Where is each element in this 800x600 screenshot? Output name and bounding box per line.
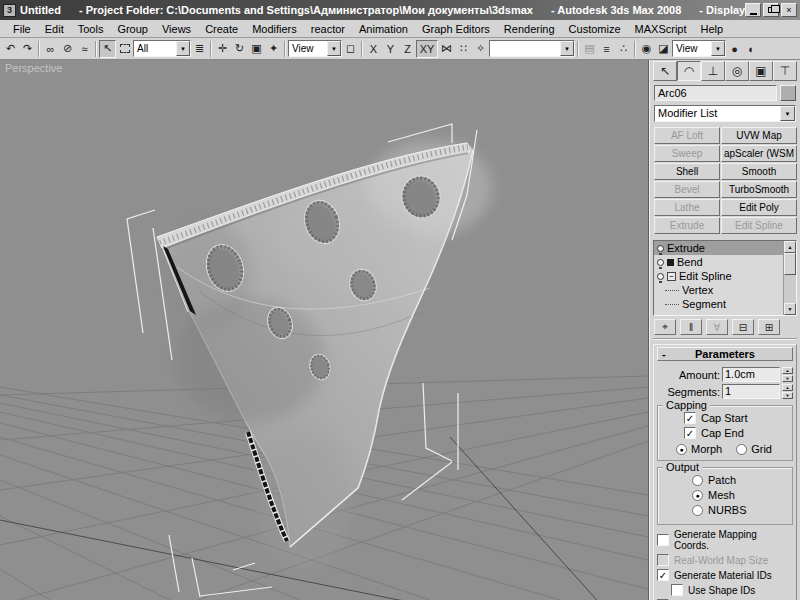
- select-by-name-button[interactable]: ≣: [191, 40, 208, 58]
- restore-button[interactable]: [763, 3, 779, 17]
- menu-group[interactable]: Group: [110, 21, 155, 37]
- editpoly-button[interactable]: Edit Poly: [721, 199, 797, 216]
- select-object-button[interactable]: ↖: [99, 40, 116, 58]
- material-editor-button[interactable]: ◉: [638, 40, 655, 58]
- close-button[interactable]: ×: [781, 3, 797, 17]
- scrollbar-thumb[interactable]: [784, 253, 796, 275]
- morph-radio[interactable]: ●: [676, 444, 687, 455]
- turbosmooth-button[interactable]: TurboSmooth: [721, 181, 797, 198]
- tab-hierarchy[interactable]: ⊥: [701, 61, 725, 81]
- menu-rendering[interactable]: Rendering: [497, 21, 562, 37]
- stack-item-vertex[interactable]: Vertex: [654, 283, 783, 297]
- minimize-button[interactable]: [745, 3, 761, 17]
- mirror-button[interactable]: ⋈: [438, 40, 455, 58]
- tab-display[interactable]: ▣: [749, 61, 773, 81]
- make-unique-button[interactable]: ∀: [706, 319, 728, 335]
- pin-stack-button[interactable]: ⌖: [654, 319, 676, 335]
- bevel-button[interactable]: Bevel: [654, 181, 720, 198]
- restrict-z-button[interactable]: Z: [399, 40, 416, 58]
- render-setup-button[interactable]: ◪: [655, 40, 672, 58]
- menu-views[interactable]: Views: [155, 21, 198, 37]
- parameters-rollout-header[interactable]: - Parameters: [657, 347, 793, 361]
- spin-down-icon[interactable]: ▼: [782, 375, 793, 382]
- schematic-view-button[interactable]: ∴: [615, 40, 632, 58]
- restrict-x-button[interactable]: X: [365, 40, 382, 58]
- select-and-rotate-button[interactable]: ↻: [231, 40, 248, 58]
- modifier-list-dropdown[interactable]: Modifier List ▼: [654, 105, 796, 122]
- select-and-scale-button[interactable]: ▣: [248, 40, 265, 58]
- bulb-icon[interactable]: [657, 245, 664, 252]
- mapscaler-button[interactable]: apScaler (WSM: [721, 145, 797, 162]
- uvwmap-button[interactable]: UVW Map: [721, 127, 797, 144]
- object-name-field[interactable]: Arc06: [654, 85, 777, 101]
- stack-item-extrude[interactable]: Extrude: [654, 241, 783, 255]
- reference-coordinate-system-combo[interactable]: View ▼: [288, 40, 342, 57]
- bind-to-space-warp-button[interactable]: ≈: [76, 40, 93, 58]
- snaps-toggle-button[interactable]: ∷: [455, 40, 472, 58]
- tab-modify[interactable]: ◠: [677, 61, 701, 81]
- scrollbar-track[interactable]: [784, 275, 796, 303]
- menu-maxscript[interactable]: MAXScript: [628, 21, 694, 37]
- configure-modifier-sets-button[interactable]: ⊞: [758, 319, 780, 335]
- viewport-label[interactable]: Perspective: [5, 62, 62, 74]
- generate-material-ids-checkbox[interactable]: ✓: [657, 569, 669, 581]
- tab-utilities[interactable]: ⊤: [773, 61, 797, 81]
- use-shape-ids-checkbox[interactable]: [671, 584, 683, 596]
- restrict-xy-plane-button[interactable]: XY: [416, 40, 438, 58]
- menu-modifiers[interactable]: Modifiers: [245, 21, 304, 37]
- stack-scrollbar[interactable]: ▲ ▼: [783, 241, 796, 315]
- cap-start-checkbox[interactable]: ✓: [684, 412, 696, 424]
- patch-radio[interactable]: [692, 475, 703, 486]
- use-pivot-point-center-button[interactable]: ◻: [342, 40, 359, 58]
- restrict-y-button[interactable]: Y: [382, 40, 399, 58]
- menu-edit[interactable]: Edit: [38, 21, 71, 37]
- align-button[interactable]: ✧: [472, 40, 489, 58]
- generate-mapping-coords-checkbox[interactable]: [657, 534, 669, 546]
- show-end-result-button[interactable]: ‖: [680, 319, 702, 335]
- tab-create[interactable]: ↖: [653, 61, 677, 81]
- mesh-radio[interactable]: ●: [692, 490, 703, 501]
- menu-tools[interactable]: Tools: [71, 21, 111, 37]
- extrude-button[interactable]: Extrude: [654, 217, 720, 234]
- stack-item-segment[interactable]: Segment: [654, 297, 783, 311]
- menu-help[interactable]: Help: [694, 21, 731, 37]
- menu-create[interactable]: Create: [198, 21, 245, 37]
- app-icon[interactable]: 3: [3, 4, 16, 17]
- bulb-icon[interactable]: [657, 273, 664, 280]
- render-viewport-combo[interactable]: View ▼: [672, 40, 726, 57]
- perspective-viewport[interactable]: Perspective: [0, 60, 649, 600]
- undo-button[interactable]: ↶: [2, 40, 19, 58]
- sweep-button[interactable]: Sweep: [654, 145, 720, 162]
- named-selection-sets-combo[interactable]: ▼: [489, 40, 575, 57]
- segments-spinner[interactable]: ▲ ▼: [782, 384, 793, 399]
- select-and-move-button[interactable]: ✛: [214, 40, 231, 58]
- select-and-link-button[interactable]: ∞: [42, 40, 59, 58]
- chevron-down-icon[interactable]: ▼: [327, 41, 341, 56]
- spin-down-icon[interactable]: ▼: [782, 392, 793, 399]
- menu-reactor[interactable]: reactor: [304, 21, 352, 37]
- curve-editor-button[interactable]: ≡: [598, 40, 615, 58]
- select-and-manipulate-button[interactable]: ✦: [265, 40, 282, 58]
- nurbs-radio[interactable]: [692, 505, 703, 516]
- lathe-button[interactable]: Lathe: [654, 199, 720, 216]
- chevron-down-icon[interactable]: ▼: [780, 106, 795, 121]
- smooth-button[interactable]: Smooth: [721, 163, 797, 180]
- object-color-swatch[interactable]: [780, 85, 796, 101]
- expander-minus-icon[interactable]: −: [667, 272, 676, 281]
- layer-manager-button[interactable]: ▤: [581, 40, 598, 58]
- scroll-up-icon[interactable]: ▲: [784, 241, 796, 253]
- menu-file[interactable]: File: [6, 21, 38, 37]
- redo-button[interactable]: ↷: [19, 40, 36, 58]
- chevron-down-icon[interactable]: ▼: [560, 41, 574, 56]
- scroll-down-icon[interactable]: ▼: [784, 303, 796, 315]
- rectangular-selection-region-button[interactable]: [116, 40, 133, 58]
- amount-field[interactable]: 1.0cm: [722, 367, 780, 382]
- grid-radio[interactable]: [736, 444, 747, 455]
- menu-graph-editors[interactable]: Graph Editors: [415, 21, 497, 37]
- tab-motion[interactable]: ◎: [725, 61, 749, 81]
- amount-spinner[interactable]: ▲ ▼: [782, 367, 793, 382]
- editspline-button[interactable]: Edit Spline: [721, 217, 797, 234]
- remove-modifier-button[interactable]: ⊟: [732, 319, 754, 335]
- menu-animation[interactable]: Animation: [352, 21, 415, 37]
- quick-render-button[interactable]: ●: [726, 40, 743, 58]
